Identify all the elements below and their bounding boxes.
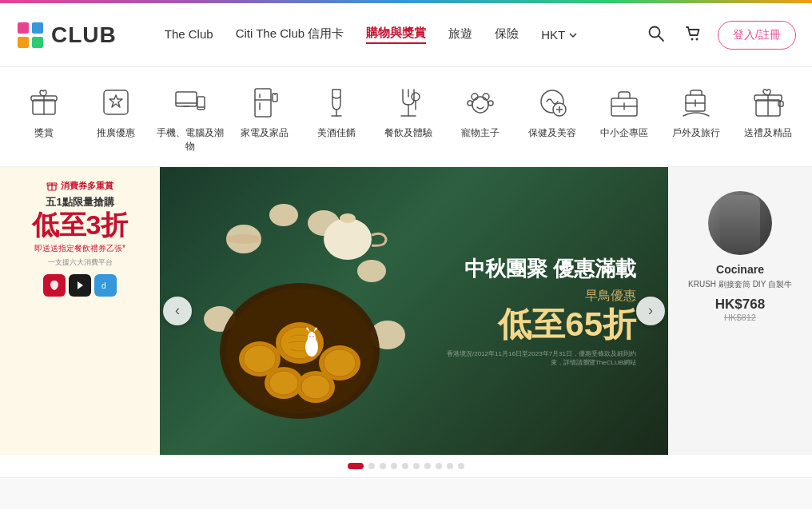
svg-point-54	[226, 234, 261, 244]
nav-hkt-dropdown[interactable]: HKT	[541, 28, 578, 42]
svg-point-67	[244, 345, 276, 373]
gift-special-icon	[751, 86, 785, 119]
svg-line-5	[659, 36, 663, 41]
briefcase-icon	[607, 86, 641, 119]
svg-point-76	[309, 336, 311, 337]
cat-label: 家電及家品	[241, 126, 289, 140]
svg-point-77	[312, 336, 314, 337]
cat-item-gifts[interactable]: 送禮及精品	[732, 77, 804, 146]
travel-icon	[679, 86, 713, 119]
svg-point-75	[308, 332, 316, 343]
cat-label: 美酒佳餚	[317, 126, 356, 140]
cat-item-health[interactable]: 保健及美容	[516, 77, 588, 146]
svg-text:d: d	[102, 281, 106, 290]
dot-3[interactable]	[380, 463, 386, 469]
product-original-price: HK$812	[724, 313, 756, 322]
cat-item-sme[interactable]: 中小企專區	[588, 77, 660, 146]
svg-point-22	[274, 94, 276, 95]
banner-left-sub: 即送送指定餐飲禮券乙張*	[34, 243, 125, 254]
health-icon	[535, 86, 569, 119]
dot-1[interactable]	[348, 463, 364, 469]
dot-8[interactable]	[436, 463, 442, 469]
nav-citi[interactable]: Citi The Club 信用卡	[236, 26, 344, 43]
svg-point-59	[269, 204, 298, 226]
cat-item-promotions[interactable]: 推廣優惠	[80, 77, 152, 146]
product-image	[708, 191, 772, 255]
logo-text: CLUB	[51, 22, 117, 48]
nav-insurance[interactable]: 保險	[495, 26, 519, 43]
gift-icon	[27, 86, 61, 119]
cat-label: 戶外及旅行	[672, 126, 720, 140]
cat-label: 寵物主子	[461, 126, 500, 140]
banner-right-panel: Cocinare KRUSH 刷接套筒 DIY 自製牛 HK$768 HK$81…	[668, 167, 812, 455]
svg-rect-12	[176, 92, 197, 106]
nav-shopping[interactable]: 購物與獎賞	[366, 26, 426, 44]
cat-item-dining[interactable]: 餐飲及體驗	[372, 77, 444, 146]
dot-2[interactable]	[368, 463, 375, 469]
cart-button[interactable]	[681, 22, 705, 48]
bottom-strip	[0, 477, 812, 509]
svg-point-60	[324, 218, 372, 260]
banner-left-note: 一支援六大消費平台	[48, 257, 113, 268]
dot-5[interactable]	[402, 463, 408, 469]
product-price: HK$768	[715, 297, 765, 313]
svg-point-61	[340, 213, 356, 223]
svg-rect-2	[18, 37, 29, 48]
dot-7[interactable]	[424, 463, 431, 469]
pet-icon	[464, 86, 497, 119]
banner-main: 中秋團聚 優惠滿載 早鳥優惠 低至65折 香港境況/2012年11月16日至20…	[160, 167, 668, 455]
dot-4[interactable]	[391, 463, 397, 469]
product-brand: Cocinare	[716, 263, 764, 276]
svg-marker-11	[109, 95, 122, 107]
logo[interactable]: CLUB	[16, 21, 117, 50]
cat-item-homeappliances[interactable]: 家電及家品	[229, 77, 301, 146]
nav-travel[interactable]: 旅遊	[448, 26, 472, 43]
cat-label: 送禮及精品	[744, 126, 792, 140]
cat-label: 手機、電腦及潮物	[157, 126, 224, 153]
cart-icon	[684, 25, 702, 42]
svg-point-69	[324, 349, 356, 377]
svg-rect-17	[255, 89, 271, 117]
star-tag-icon	[99, 86, 133, 119]
cat-item-tech[interactable]: 手機、電腦及潮物	[152, 77, 229, 160]
cat-item-wine[interactable]: 美酒佳餚	[301, 77, 372, 146]
cat-label: 餐飲及體驗	[384, 126, 432, 140]
cat-label: 推廣優惠	[97, 126, 135, 140]
dot-9[interactable]	[447, 463, 453, 469]
svg-point-7	[696, 38, 699, 41]
svg-point-56	[357, 260, 386, 282]
app-icon-3: d	[94, 274, 117, 297]
banner-left-tag: 消費券多重賞	[61, 180, 113, 192]
logo-icon	[16, 21, 45, 50]
banner-prev-button[interactable]: ‹	[163, 297, 192, 325]
cat-item-outdoor[interactable]: 戶外及旅行	[660, 77, 732, 146]
phone-monitor-icon	[173, 86, 207, 119]
cat-item-rewards[interactable]: 獎賞	[8, 77, 80, 146]
search-button[interactable]	[644, 22, 668, 48]
banner-image: 中秋團聚 優惠滿載 早鳥優惠 低至65折 香港境況/2012年11月16日至20…	[160, 167, 668, 455]
svg-point-6	[691, 38, 694, 41]
svg-point-71	[269, 371, 298, 395]
banner-text: 中秋團聚 優惠滿載 早鳥優惠 低至65折 香港境況/2012年11月16日至20…	[444, 254, 636, 366]
svg-point-73	[301, 375, 330, 399]
banner-area: 消費券多重賞 五1點限量搶購 低至3折 即送送指定餐飲禮券乙張* 一支援六大消費…	[0, 167, 812, 455]
product-name: KRUSH 刷接套筒 DIY 自製牛	[688, 279, 792, 290]
banner-left-promo: 低至3折	[32, 211, 129, 238]
dot-6[interactable]	[413, 463, 420, 469]
banner-next-button[interactable]: ›	[636, 297, 665, 325]
nav-the-club[interactable]: The Club	[165, 27, 213, 42]
mooncake-scene	[160, 167, 440, 455]
svg-point-34	[488, 101, 493, 106]
app-icon-1	[43, 274, 66, 297]
cat-item-pets[interactable]: 寵物主子	[444, 77, 516, 146]
login-button[interactable]: 登入/註冊	[718, 21, 796, 50]
dining-icon	[392, 86, 425, 119]
svg-rect-1	[32, 22, 43, 34]
wine-icon	[320, 86, 353, 119]
mooncake-scene-svg	[180, 191, 420, 431]
banner-promo: 低至65折	[444, 307, 636, 341]
svg-rect-48	[778, 102, 783, 106]
dot-10[interactable]	[458, 463, 464, 469]
banner-left-heading: 五1點限量搶購	[46, 195, 113, 209]
banner-left-panel: 消費券多重賞 五1點限量搶購 低至3折 即送送指定餐飲禮券乙張* 一支援六大消費…	[0, 167, 160, 455]
